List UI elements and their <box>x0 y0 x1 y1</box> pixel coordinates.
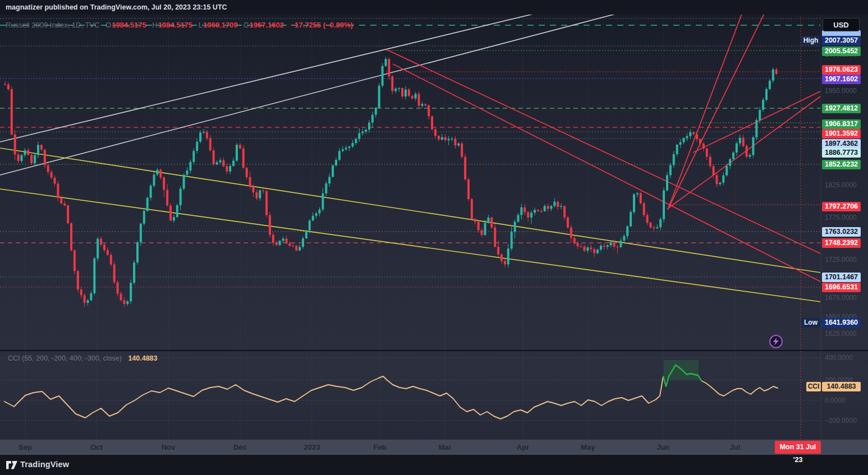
candle <box>226 166 228 171</box>
candle <box>471 199 473 219</box>
tradingview-logo-icon[interactable] <box>6 460 18 470</box>
candle <box>126 301 128 304</box>
candle <box>617 247 619 247</box>
candle <box>80 289 82 295</box>
candle <box>252 186 255 192</box>
price-axis-tick: 1950.0000 <box>825 86 866 95</box>
cci-line[interactable] <box>4 365 778 419</box>
candle <box>610 242 612 246</box>
candle <box>451 139 453 139</box>
price-axis-label: 1763.0232 <box>822 227 861 237</box>
candle <box>477 222 480 230</box>
candle <box>461 144 463 157</box>
publisher-line: magnatizer published on TradingView.com,… <box>6 3 227 11</box>
candle <box>222 160 224 167</box>
candle <box>772 70 774 81</box>
candle <box>286 239 288 243</box>
price-axis-tick: 1725.0000 <box>825 255 866 264</box>
candle <box>219 160 222 163</box>
candle <box>636 193 639 194</box>
candle <box>527 212 529 218</box>
high-letter: H <box>152 21 157 29</box>
candle <box>514 222 516 232</box>
candle <box>368 123 370 130</box>
trendline[interactable] <box>0 189 820 302</box>
candle <box>630 212 632 227</box>
trendline[interactable] <box>393 64 820 282</box>
candle <box>490 218 493 228</box>
candle <box>428 105 430 117</box>
time-axis[interactable]: SepOctNovDec2023FebMarAprMayJunJul <box>0 439 868 455</box>
currency-button[interactable]: USD <box>823 18 860 31</box>
time-axis-label-sep: Sep <box>19 443 32 451</box>
price-axis-tick: −200.0000 <box>825 416 866 425</box>
candle <box>394 89 397 91</box>
candle <box>282 239 284 241</box>
trendline[interactable] <box>668 2 746 210</box>
candle <box>113 265 116 283</box>
time-axis-label-jul: Jul <box>730 443 741 451</box>
lightning-button[interactable] <box>769 335 783 348</box>
candle <box>563 206 566 218</box>
main-chart[interactable] <box>0 0 868 475</box>
candle <box>298 247 301 250</box>
candle <box>265 191 268 215</box>
trendline[interactable] <box>668 96 820 209</box>
candle <box>755 120 757 137</box>
candle <box>173 217 175 220</box>
time-axis-label-may: May <box>581 443 595 451</box>
cci-current-value: 140.4883 <box>128 354 157 362</box>
candle <box>246 168 248 177</box>
candle <box>332 165 334 177</box>
tradingview-brand[interactable]: TradingView <box>20 460 69 469</box>
candle <box>474 219 476 222</box>
candle <box>663 191 665 219</box>
candle <box>352 143 354 146</box>
cci-indicator-legend[interactable]: CCI (55, 200, -200, 400, -300, close) 14… <box>8 354 158 363</box>
candle <box>732 153 734 159</box>
trendline[interactable] <box>386 49 820 253</box>
close-letter: C <box>244 21 249 29</box>
footer-bar: TradingView <box>0 455 868 475</box>
candle <box>560 206 562 207</box>
open-letter: O <box>105 21 111 29</box>
price-axis-label: 1748.2392 <box>822 238 861 248</box>
candle <box>484 223 486 235</box>
candle <box>385 59 387 66</box>
candle <box>570 228 572 238</box>
trendline[interactable] <box>668 2 770 210</box>
candle <box>159 170 162 178</box>
candle <box>441 137 443 140</box>
candle <box>57 183 59 198</box>
price-axis-tick: 1675.0000 <box>825 293 866 302</box>
candle <box>454 139 456 145</box>
candle <box>590 247 592 249</box>
candle <box>213 150 215 164</box>
candle <box>557 202 559 207</box>
trendline[interactable] <box>0 148 820 273</box>
candle <box>709 157 711 167</box>
candle <box>50 172 53 178</box>
candle <box>305 230 307 238</box>
price-axis-label: 2005.5452 <box>822 47 861 56</box>
candle <box>166 190 168 206</box>
candle <box>656 227 658 228</box>
candle <box>186 170 189 175</box>
candle <box>156 170 158 175</box>
lightning-icon <box>771 336 781 347</box>
candle <box>375 108 377 115</box>
price-axis-label: 1906.8317 <box>822 119 861 129</box>
candle <box>434 130 437 136</box>
candle <box>17 155 20 162</box>
candle <box>34 155 36 163</box>
low-tag-label: Low <box>801 318 820 328</box>
candle <box>415 94 417 98</box>
candle <box>500 255 503 261</box>
candle <box>382 66 384 86</box>
symbol-info-bar[interactable]: Russell 2000 Index, 1D, TVC O1984.5175 H… <box>6 20 353 30</box>
close-value: 1967.1602 <box>249 21 283 29</box>
candle <box>411 96 414 99</box>
candle <box>255 192 258 198</box>
last-date-label: Mon 31 Jul '23 <box>775 441 821 454</box>
candle <box>272 235 274 243</box>
